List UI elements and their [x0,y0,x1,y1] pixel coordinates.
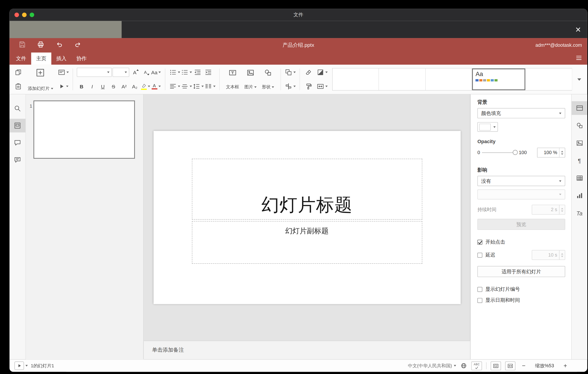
tab-collaboration[interactable]: 协作 [72,53,92,65]
highlight-color-button[interactable] [140,81,150,91]
slide-size-icon [316,83,324,90]
italic-button[interactable]: I [87,81,97,91]
comments-button[interactable] [10,136,25,149]
slide-thumbnail[interactable] [33,100,135,159]
chart-icon [576,192,583,199]
opacity-input[interactable]: 100 % [537,148,565,157]
decrease-indent-button[interactable] [193,67,202,77]
decrease-font-button[interactable]: A [140,67,150,77]
title-placeholder[interactable]: 幻灯片标题 [192,159,422,220]
arrange-shape-button[interactable] [285,67,295,77]
show-date-time-checkbox[interactable] [477,298,482,303]
copy-button[interactable] [13,67,23,77]
bullet-list-button[interactable] [169,67,180,77]
slider-knob[interactable] [513,150,518,155]
print-button[interactable] [37,41,44,50]
tab-home[interactable]: 主页 [31,53,51,65]
horizontal-align-button[interactable] [169,81,180,91]
duration-input[interactable]: 2 s [532,205,565,215]
insert-image-button[interactable]: 图片 [242,67,259,91]
transition-effect-select[interactable]: 没有 [477,176,565,186]
paragraph-settings-tab[interactable]: ¶ [572,154,587,167]
fit-to-slide-button[interactable] [491,361,501,370]
textart-settings-tab[interactable]: Ta [572,206,587,220]
start-on-click-checkbox[interactable] [477,240,482,244]
delay-checkbox[interactable] [477,253,482,257]
increase-indent-button[interactable] [203,67,213,77]
background-color-select[interactable] [477,122,498,132]
close-window-button[interactable] [14,12,19,17]
menu-button[interactable] [576,54,582,63]
transition-variant-select[interactable] [477,189,565,199]
spell-check-button[interactable]: ABC [471,361,482,370]
undo-button[interactable] [55,41,63,50]
start-preview-button[interactable] [14,362,24,370]
tab-file[interactable]: 文件 [11,53,31,65]
theme-slot-5[interactable] [525,68,572,90]
background-fill-select[interactable]: 颜色填充 [477,108,565,118]
increase-font-button[interactable]: A [130,67,140,77]
slide-size-button[interactable] [316,81,327,91]
change-case-button[interactable]: Aa [151,67,161,77]
slides-panel-button[interactable] [10,119,25,132]
zoom-out-button[interactable]: − [522,363,525,369]
font-name-select[interactable] [77,68,112,77]
image-settings-tab[interactable] [572,136,587,150]
save-button[interactable] [18,41,26,50]
numbered-list-button[interactable] [181,67,192,77]
shape-fill-button[interactable] [316,67,327,77]
language-select[interactable]: 中文(中华人民共和国) [408,363,452,369]
slide-settings-tab[interactable] [572,101,587,115]
columns-button[interactable] [204,81,215,91]
line-spacing-button[interactable] [193,81,203,91]
redo-button[interactable] [74,41,82,50]
chat-button[interactable] [10,153,25,167]
add-slide-button[interactable] [35,67,46,78]
delay-input[interactable]: 10 s [532,250,565,260]
theme-slot-3[interactable] [426,68,472,90]
theme-slot-2[interactable] [379,68,426,90]
apply-to-all-slides-button[interactable]: 适用于所有幻灯片 [477,266,565,277]
clear-style-button[interactable] [304,67,314,77]
set-language-button[interactable] [461,362,467,369]
spinner[interactable] [559,250,565,259]
shape-settings-tab[interactable] [572,119,587,132]
duration-label: 持续时间 [477,207,496,213]
preview-button[interactable]: 预览 [477,219,565,230]
opacity-slider[interactable] [482,150,517,155]
paste-button[interactable] [13,81,23,91]
notes-area[interactable]: 单击添加备注 [144,341,470,359]
fit-to-width-button[interactable] [505,361,516,370]
chart-settings-tab[interactable] [572,189,587,202]
strikethrough-button[interactable]: S [109,81,118,91]
minimize-window-button[interactable] [22,12,27,17]
superscript-button[interactable]: A² [119,81,129,91]
subtitle-placeholder[interactable]: 幻灯片副标题 [192,221,422,264]
add-slide-menu[interactable]: 添加幻灯片 [28,86,53,91]
font-size-select[interactable] [112,68,129,77]
zoom-in-button[interactable]: + [564,363,567,369]
bold-button[interactable]: B [77,81,86,91]
fullscreen-window-button[interactable] [30,12,34,17]
align-shape-button[interactable] [285,81,295,91]
show-slide-number-checkbox[interactable] [477,287,482,292]
underline-button[interactable]: U [98,81,108,91]
spinner[interactable] [559,205,565,214]
font-color-button[interactable]: A [151,81,161,91]
theme-slot-1[interactable] [333,68,379,90]
spinner[interactable] [559,148,565,157]
vertical-align-button[interactable] [181,81,192,91]
table-settings-tab[interactable] [572,171,587,185]
copy-style-button[interactable] [304,81,314,91]
tab-insert[interactable]: 插入 [51,53,72,65]
start-slideshow-button[interactable] [58,81,69,91]
theme-slot-selected[interactable]: Aa [472,68,525,90]
slide-layout-button[interactable] [58,67,69,77]
insert-shape-button[interactable]: 形状 [259,67,277,91]
subscript-button[interactable]: A₂ [130,81,140,91]
insert-textbox-button[interactable]: 文本框 [223,67,242,91]
close-preview-button[interactable]: ✕ [575,26,581,33]
theme-gallery-expand-button[interactable] [574,67,583,91]
search-button[interactable] [10,101,25,115]
slide-canvas[interactable]: 幻灯片标题 幻灯片副标题 [153,131,461,304]
